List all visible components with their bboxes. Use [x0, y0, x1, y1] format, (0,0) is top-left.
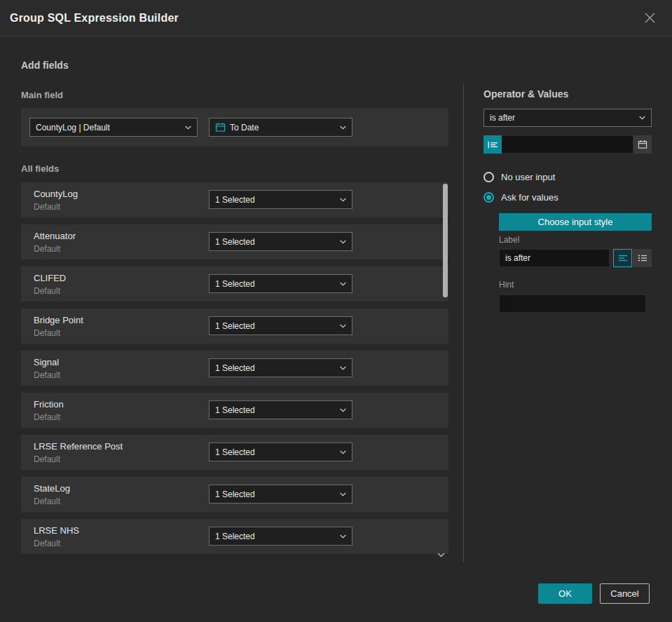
field-row: Bridge Point Default 1 Selected — [21, 309, 448, 344]
chevron-down-icon — [340, 240, 346, 244]
radio-label: Ask for values — [501, 192, 558, 203]
hint-input[interactable] — [499, 295, 646, 313]
main-value-select[interactable]: To Date — [209, 118, 352, 137]
scrollbar[interactable] — [443, 184, 448, 551]
field-row: CountyLog Default 1 Selected — [21, 182, 448, 217]
ok-button[interactable]: OK — [538, 583, 592, 604]
group-sql-expression-builder-dialog: Group SQL Expression Builder Add fields … — [0, 0, 672, 622]
calendar-icon — [215, 122, 226, 133]
chevron-down-icon — [340, 198, 346, 202]
radio-circle-icon — [484, 192, 494, 203]
radio-no-user-input[interactable]: No user input — [484, 172, 555, 182]
hint-label: Hint — [499, 280, 514, 290]
value-input[interactable] — [502, 135, 633, 154]
field-row: Friction Default 1 Selected — [21, 393, 448, 428]
chevron-down-icon — [340, 492, 346, 496]
field-values-select[interactable]: 1 Selected — [209, 358, 352, 377]
field-row: Attenuator Default 1 Selected — [21, 224, 448, 259]
all-fields-label: All fields — [21, 163, 59, 174]
field-values-select[interactable]: 1 Selected — [209, 316, 352, 335]
field-row: LRSE NHS Default 1 Selected — [21, 519, 448, 554]
chevron-down-icon — [340, 366, 346, 370]
panel-divider — [463, 83, 464, 562]
main-field-select[interactable]: CountyLog | Default — [29, 118, 198, 137]
label-input[interactable] — [499, 249, 610, 267]
label-input-row — [499, 249, 652, 267]
chevron-down-icon — [340, 534, 346, 539]
field-row: StateLog Default 1 Selected — [21, 477, 448, 512]
input-style-icon[interactable] — [484, 135, 502, 154]
operator-values-heading: Operator & Values — [484, 88, 568, 100]
chevron-down-icon — [340, 126, 346, 130]
field-values-select[interactable]: 1 Selected — [209, 442, 352, 461]
choose-input-style-button[interactable]: Choose input style — [499, 213, 652, 231]
list-input-style-icon[interactable] — [633, 249, 652, 267]
field-row: CLIFED Default 1 Selected — [21, 266, 448, 302]
main-field-panel: CountyLog | Default To Date — [21, 108, 448, 147]
chevron-down-icon — [340, 282, 346, 286]
main-value-select-value: To Date — [230, 123, 336, 133]
chevron-down-icon — [639, 116, 645, 120]
calendar-button[interactable] — [633, 135, 652, 154]
main-field-label: Main field — [21, 90, 63, 100]
all-fields-list: CountyLog Default 1 Selected Attenuator … — [21, 182, 448, 561]
field-row: LRSE Reference Post Default 1 Selected — [21, 435, 448, 470]
chevron-down-icon — [340, 408, 346, 412]
scrollbar-thumb[interactable] — [443, 184, 448, 297]
close-icon[interactable] — [642, 10, 658, 26]
radio-label: No user input — [501, 172, 555, 182]
add-fields-heading: Add fields — [21, 60, 69, 71]
operator-select[interactable]: is after — [484, 109, 652, 127]
field-values-select[interactable]: 1 Selected — [209, 527, 352, 546]
radio-circle-icon — [484, 172, 494, 182]
field-values-select[interactable]: 1 Selected — [209, 485, 352, 503]
chevron-down-icon — [185, 126, 191, 130]
main-field-select-value: CountyLog | Default — [36, 123, 181, 133]
text-input-style-icon[interactable] — [613, 249, 632, 267]
label-label: Label — [499, 235, 519, 245]
field-values-select[interactable]: 1 Selected — [209, 400, 352, 419]
radio-ask-for-values[interactable]: Ask for values — [484, 192, 558, 203]
field-values-select[interactable]: 1 Selected — [209, 274, 352, 293]
field-values-select[interactable]: 1 Selected — [209, 232, 352, 251]
value-input-row — [484, 135, 652, 154]
dialog-header: Group SQL Expression Builder — [0, 0, 672, 36]
chevron-down-icon — [340, 324, 346, 328]
operator-select-value: is after — [490, 113, 635, 123]
scroll-down-icon[interactable] — [437, 553, 445, 557]
cancel-button[interactable]: Cancel — [600, 583, 650, 604]
chevron-down-icon — [340, 450, 346, 454]
field-values-select[interactable]: 1 Selected — [209, 190, 352, 209]
field-row: Signal Default 1 Selected — [21, 351, 448, 386]
dialog-title: Group SQL Expression Builder — [10, 12, 179, 25]
